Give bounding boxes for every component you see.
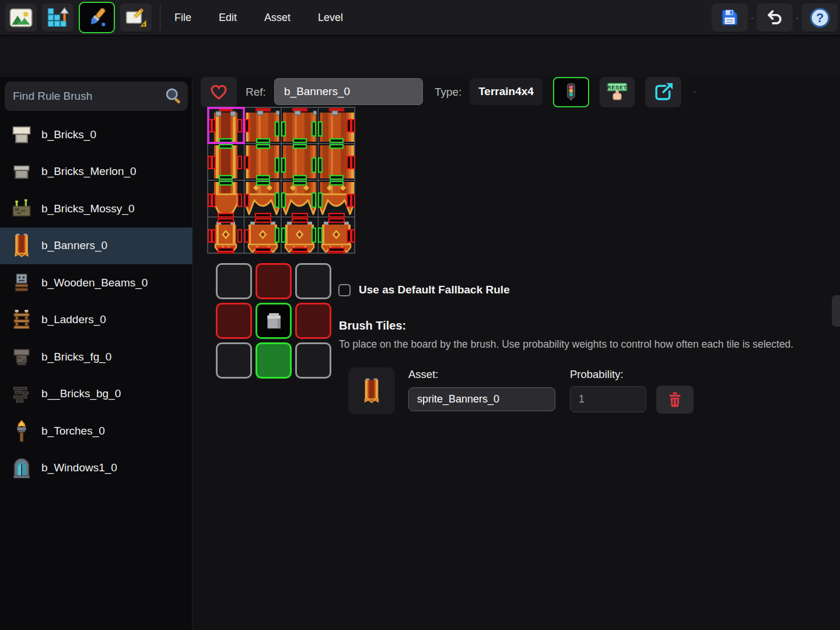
- top-toolbar: File Edit Asset Level -: [0, 0, 840, 36]
- wooden-beams-icon: [10, 272, 33, 294]
- rule-cell-top-left[interactable]: [216, 263, 252, 299]
- image-tool-icon: [9, 8, 33, 27]
- brush-item-wooden-beams[interactable]: b_Wooden_Beams_0: [0, 264, 192, 302]
- rule-cell-center[interactable]: [256, 303, 292, 339]
- ref-label: Ref:: [246, 86, 266, 99]
- separator-dash: -: [751, 13, 754, 23]
- brush-item-bricks-merlon[interactable]: b_Bricks_Merlon_0: [0, 153, 192, 191]
- svg-text:RESET: RESET: [607, 84, 627, 90]
- bricks-mossy-icon: [10, 198, 33, 220]
- ref-input[interactable]: [274, 78, 423, 105]
- heart-icon: [209, 82, 229, 102]
- brush-tool-icon: [86, 6, 108, 29]
- image-tool-button[interactable]: [5, 4, 37, 32]
- rule-cell-top-right[interactable]: [295, 263, 331, 299]
- bricks-merlon-icon: [10, 160, 33, 183]
- search-box: [5, 82, 188, 111]
- type-select-button[interactable]: Terrain4x4: [470, 78, 542, 105]
- block-icon: [261, 309, 286, 333]
- brush-tiles-title: Brush Tiles:: [339, 319, 406, 332]
- level-notes-tool-icon: [124, 8, 148, 28]
- brush-item-label: b_Windows1_0: [41, 461, 117, 474]
- export-button[interactable]: [645, 77, 681, 107]
- rule-brush-list: b_Bricks_0 b_Bricks_Merlon_0: [0, 116, 192, 487]
- svg-text:?: ?: [816, 10, 823, 25]
- toolbar-actions: - - ?: [712, 4, 838, 32]
- type-label: Type:: [435, 86, 461, 99]
- brush-item-label: b_Banners_0: [41, 239, 107, 252]
- toolbar-divider: [160, 5, 160, 30]
- vertical-scrollbar-thumb[interactable]: [832, 295, 840, 327]
- bricks-icon: [10, 124, 33, 146]
- brush-item-bricks-fg[interactable]: b_Bricks_fg_0: [0, 338, 192, 376]
- traffic-light-icon: [561, 82, 582, 103]
- rule-brush-sidebar: b_Bricks_0 b_Bricks_Merlon_0: [0, 77, 192, 630]
- brush-item-label: b_Torches_0: [41, 425, 105, 438]
- probability-label: Probability:: [570, 368, 624, 381]
- tilemap-tool-icon: [47, 6, 69, 29]
- menu-edit[interactable]: Edit: [219, 12, 237, 24]
- tileset-preview[interactable]: [207, 107, 355, 254]
- rule-cell-right[interactable]: [295, 303, 331, 339]
- rule-mode-toggle-button[interactable]: [553, 77, 589, 107]
- fallback-label: Use as Default Fallback Rule: [359, 284, 510, 296]
- banner-icon: [10, 235, 33, 257]
- banner-column-narrow: [214, 108, 237, 216]
- menu-asset[interactable]: Asset: [264, 12, 290, 24]
- asset-label: Asset:: [408, 368, 438, 381]
- banner-tile-icon: [360, 377, 383, 404]
- separator-dash: -: [796, 13, 799, 23]
- undo-icon: [765, 8, 785, 27]
- probability-input[interactable]: [570, 386, 646, 412]
- brush-item-bricks-mossy[interactable]: b_Bricks_Mossy_0: [0, 190, 192, 228]
- fallback-checkbox[interactable]: [338, 284, 351, 296]
- trash-icon: [666, 391, 684, 408]
- brush-item-label: b_Bricks_fg_0: [41, 351, 111, 363]
- help-icon: ?: [809, 7, 831, 29]
- menu-level[interactable]: Level: [318, 12, 343, 24]
- reset-icon: RESET: [606, 80, 629, 104]
- brush-item-banners[interactable]: b_Banners_0: [0, 228, 192, 265]
- rule-cell-bottom-left[interactable]: [216, 342, 252, 379]
- bricks-fg-icon: [10, 346, 33, 368]
- brush-item-bricks[interactable]: b_Bricks_0: [0, 116, 192, 153]
- brush-item-bricks-bg[interactable]: b__Bricks_bg_0: [0, 376, 192, 413]
- rule-cell-top[interactable]: [256, 263, 292, 299]
- separator-dash: -: [694, 86, 696, 96]
- save-button[interactable]: [712, 4, 748, 32]
- brush-item-label: b_Bricks_0: [41, 128, 96, 141]
- rule-brush-header: Rule Brushes + Ref: Type: Terrain4x4: [0, 36, 840, 77]
- brush-tool-button[interactable]: [79, 2, 115, 33]
- delete-tile-button[interactable]: [656, 386, 694, 414]
- banner-field-wide: [244, 108, 355, 214]
- brush-tiles-description: To place on the board by the brush. Use …: [339, 338, 793, 351]
- level-notes-tool-button[interactable]: [120, 4, 152, 32]
- help-button[interactable]: ?: [802, 4, 838, 32]
- undo-button[interactable]: [757, 4, 793, 32]
- tilemap-tool-button[interactable]: [42, 4, 74, 32]
- rule-cell-bottom-right[interactable]: [295, 342, 331, 379]
- brush-item-torches[interactable]: b_Torches_0: [0, 412, 192, 450]
- brush-item-label: b_Bricks_Mossy_0: [41, 202, 134, 215]
- menubar: File Edit Asset Level: [174, 12, 343, 24]
- neighbor-rule-grid: [216, 263, 331, 379]
- export-icon: [652, 81, 674, 103]
- brush-item-windows[interactable]: b_Windows1_0: [0, 450, 192, 487]
- favorite-button[interactable]: [201, 77, 237, 107]
- menu-file[interactable]: File: [174, 12, 191, 24]
- brush-item-label: b__Bricks_bg_0: [41, 387, 121, 400]
- rule-cell-bottom[interactable]: [256, 342, 292, 379]
- torch-icon: [10, 420, 33, 442]
- asset-input[interactable]: [408, 387, 555, 411]
- rule-cell-left[interactable]: [216, 303, 252, 339]
- brush-item-label: b_Wooden_Beams_0: [41, 276, 148, 289]
- brush-tile-thumbnail[interactable]: [348, 368, 395, 414]
- bricks-bg-icon: [10, 383, 33, 405]
- reset-rule-button[interactable]: RESET: [600, 77, 635, 107]
- search-icon: [164, 87, 183, 106]
- search-input[interactable]: [5, 90, 164, 103]
- brush-item-ladders[interactable]: b_Ladders_0: [0, 302, 192, 339]
- rule-brush-editor-window: File Edit Asset Level -: [0, 0, 840, 630]
- ladder-icon: [10, 309, 33, 331]
- fallback-rule-row: Use as Default Fallback Rule: [338, 284, 510, 296]
